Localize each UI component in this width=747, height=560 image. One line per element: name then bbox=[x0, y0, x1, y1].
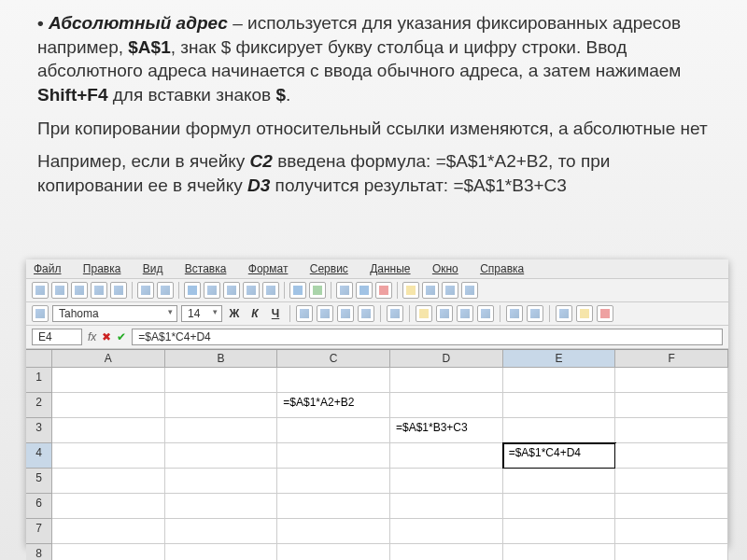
menu-window[interactable]: Окно bbox=[432, 262, 468, 275]
cell-d3[interactable]: =$A$1*B3+C3 bbox=[390, 418, 503, 443]
align-right-icon[interactable] bbox=[337, 305, 354, 322]
decimal-remove-icon[interactable] bbox=[477, 305, 494, 322]
row-header-6[interactable]: 6 bbox=[26, 494, 52, 519]
cell-b1[interactable] bbox=[165, 368, 278, 393]
corner-cell[interactable] bbox=[26, 350, 52, 368]
cell-f1[interactable] bbox=[615, 368, 728, 393]
menu-format[interactable]: Формат bbox=[248, 262, 298, 275]
cell-d1[interactable] bbox=[390, 368, 503, 393]
redo-icon[interactable] bbox=[309, 282, 326, 299]
font-size-select[interactable]: 14 bbox=[181, 305, 222, 322]
col-header-e[interactable]: E bbox=[503, 350, 616, 368]
menu-tools[interactable]: Сервис bbox=[310, 262, 358, 275]
format-brush-icon[interactable] bbox=[262, 282, 279, 299]
cell-b3[interactable] bbox=[165, 418, 278, 443]
formula-input[interactable]: =$A$1*C4+D4 bbox=[132, 329, 723, 345]
cell-f5[interactable] bbox=[615, 469, 728, 494]
cell-f3[interactable] bbox=[615, 418, 728, 443]
preview-icon[interactable] bbox=[157, 282, 174, 299]
cell-c4[interactable] bbox=[277, 443, 390, 469]
row-header-1[interactable]: 1 bbox=[26, 368, 52, 393]
row-header-8[interactable]: 8 bbox=[26, 544, 52, 560]
menu-edit[interactable]: Правка bbox=[83, 262, 131, 275]
col-header-d[interactable]: D bbox=[390, 350, 503, 368]
cell-b2[interactable] bbox=[165, 393, 278, 418]
cell-d4[interactable] bbox=[390, 443, 503, 469]
help-icon[interactable] bbox=[461, 282, 478, 299]
underline-button[interactable]: Ч bbox=[267, 305, 284, 322]
row-header-7[interactable]: 7 bbox=[26, 519, 52, 544]
cell-e3[interactable] bbox=[503, 418, 616, 443]
menu-data[interactable]: Данные bbox=[370, 262, 419, 275]
cell-a4[interactable] bbox=[52, 443, 165, 469]
cell-e5[interactable] bbox=[503, 469, 616, 494]
align-left-icon[interactable] bbox=[296, 305, 313, 322]
decimal-add-icon[interactable] bbox=[457, 305, 473, 322]
percent-icon[interactable] bbox=[436, 305, 453, 322]
print-icon[interactable] bbox=[137, 282, 154, 299]
cell-f7[interactable] bbox=[615, 519, 728, 544]
undo-icon[interactable] bbox=[289, 282, 306, 299]
spreadsheet-grid[interactable]: A B C D E F 1 2 =$A$1*A2+B2 3 =$A$1*B3+C… bbox=[26, 349, 728, 560]
col-header-c[interactable]: C bbox=[277, 350, 390, 368]
bold-button[interactable]: Ж bbox=[226, 305, 243, 322]
cell-c5[interactable] bbox=[277, 469, 390, 494]
row-header-3[interactable]: 3 bbox=[26, 418, 52, 443]
chart-icon[interactable] bbox=[402, 282, 419, 299]
cell-b7[interactable] bbox=[165, 519, 278, 544]
navigator-icon[interactable] bbox=[422, 282, 439, 299]
cell-d8[interactable] bbox=[390, 544, 503, 560]
cell-e2[interactable] bbox=[503, 393, 616, 418]
border-icon[interactable] bbox=[556, 305, 572, 322]
indent-dec-icon[interactable] bbox=[506, 305, 523, 322]
fontcolor-icon[interactable] bbox=[597, 305, 613, 322]
cell-c8[interactable] bbox=[277, 544, 390, 560]
cell-e7[interactable] bbox=[503, 519, 616, 544]
col-header-b[interactable]: B bbox=[165, 350, 278, 368]
save-icon[interactable] bbox=[71, 282, 88, 299]
cell-a1[interactable] bbox=[52, 368, 165, 393]
col-header-a[interactable]: A bbox=[52, 350, 165, 368]
cell-e8[interactable] bbox=[503, 544, 616, 560]
italic-button[interactable]: К bbox=[247, 305, 263, 322]
menu-insert[interactable]: Вставка bbox=[185, 262, 236, 275]
cell-c3[interactable] bbox=[277, 418, 390, 443]
cell-a8[interactable] bbox=[52, 544, 165, 560]
fx-icon[interactable]: fx bbox=[88, 330, 96, 343]
cell-a3[interactable] bbox=[52, 418, 165, 443]
cell-d2[interactable] bbox=[390, 393, 503, 418]
menu-help[interactable]: Справка bbox=[480, 262, 533, 275]
accept-icon[interactable]: ✔ bbox=[117, 330, 126, 343]
styles-icon[interactable] bbox=[32, 305, 49, 322]
row-header-5[interactable]: 5 bbox=[26, 469, 52, 494]
cell-reference-box[interactable]: E4 bbox=[32, 329, 82, 345]
cell-a6[interactable] bbox=[52, 494, 165, 519]
align-center-icon[interactable] bbox=[317, 305, 333, 322]
cell-c2[interactable]: =$A$1*A2+B2 bbox=[277, 393, 390, 418]
merge-icon[interactable] bbox=[387, 305, 403, 322]
menu-file[interactable]: Файл bbox=[34, 262, 71, 275]
cell-a5[interactable] bbox=[52, 469, 165, 494]
row-header-4[interactable]: 4 bbox=[26, 443, 52, 469]
zoom-icon[interactable] bbox=[442, 282, 458, 299]
cell-c6[interactable] bbox=[277, 494, 390, 519]
cell-f4[interactable] bbox=[615, 443, 728, 469]
open-icon[interactable] bbox=[51, 282, 68, 299]
new-icon[interactable] bbox=[32, 282, 49, 299]
paste-icon[interactable] bbox=[243, 282, 260, 299]
font-name-select[interactable]: Tahoma bbox=[52, 305, 177, 322]
align-justify-icon[interactable] bbox=[358, 305, 374, 322]
cut-icon[interactable] bbox=[204, 282, 220, 299]
email-icon[interactable] bbox=[91, 282, 107, 299]
cell-b4[interactable] bbox=[165, 443, 278, 469]
sort-asc-icon[interactable] bbox=[356, 282, 373, 299]
currency-icon[interactable] bbox=[416, 305, 432, 322]
cell-d6[interactable] bbox=[390, 494, 503, 519]
cell-f8[interactable] bbox=[615, 544, 728, 560]
cell-b5[interactable] bbox=[165, 469, 278, 494]
cell-e4[interactable]: =$A$1*C4+D4 bbox=[503, 443, 616, 469]
cell-a2[interactable] bbox=[52, 393, 165, 418]
col-header-f[interactable]: F bbox=[615, 350, 728, 368]
cell-a7[interactable] bbox=[52, 519, 165, 544]
copy-icon[interactable] bbox=[223, 282, 240, 299]
